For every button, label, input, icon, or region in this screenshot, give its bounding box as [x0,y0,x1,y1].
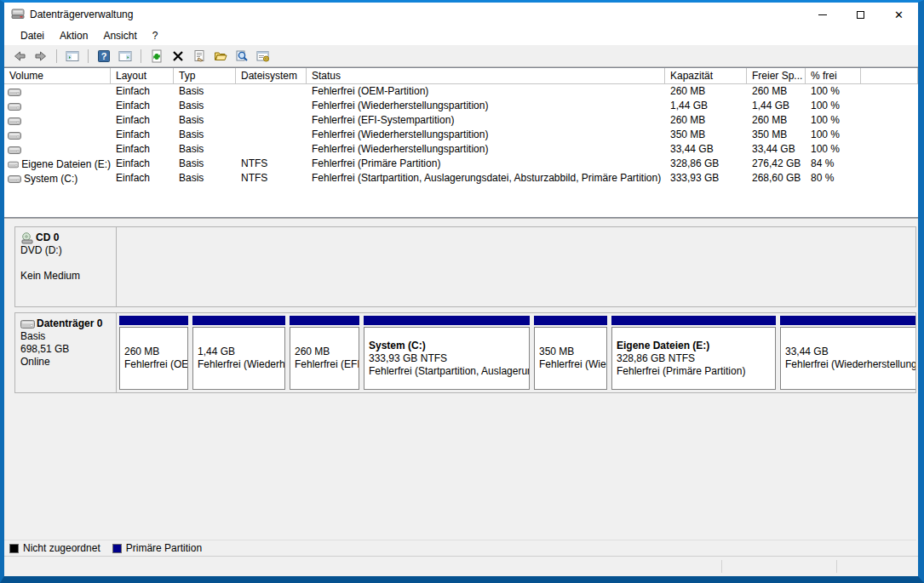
volume-name-cell [4,84,111,99]
partition-block[interactable]: System (C:) 333,93 GB NTFS Fehlerfrei (S… [364,316,530,390]
delete-icon[interactable] [169,48,187,65]
partition-status: Fehlerfrei (Wiederherstellungspartition) [539,358,602,371]
open-folder-icon[interactable] [212,48,229,65]
pct-frei-cell: 84 % [806,157,861,171]
typ-cell: Basis [174,84,236,99]
table-row[interactable]: Einfach Basis Fehlerfrei (OEM-Partition)… [4,84,918,99]
partition-status: Fehlerfrei (OEM-Partition) [124,358,183,371]
status-cell: Fehlerfrei (OEM-Partition) [307,84,665,99]
table-row[interactable]: Einfach Basis Fehlerfrei (EFI-Systempart… [4,113,918,128]
pct-frei-cell: 100 % [806,113,861,128]
disk0-label[interactable]: Datenträger 0 Basis 698,51 GB Online [15,313,117,392]
minimize-button[interactable] [803,3,841,26]
disk0-canvas: 260 MB Fehlerfrei (OEM-Partition) 1,44 G… [117,313,915,392]
column-header-layout[interactable]: Layout [111,68,174,84]
legend-bar: Nicht zugeordnet Primäre Partition [4,540,916,556]
partition-block[interactable]: 33,44 GB Fehlerfrei (Wiederherstellungsp… [780,316,915,390]
volume-icon [8,160,19,169]
cd-drive-icon [20,232,34,244]
column-header-dateisystem[interactable]: Dateisystem [236,68,307,84]
menu-item[interactable]: Datei [13,28,52,43]
freier-sp-cell: 1,44 GB [747,99,806,113]
toolbar-separator [56,49,57,63]
column-header-typ[interactable]: Typ [174,68,236,84]
partition-info-box: 350 MB Fehlerfrei (Wiederherstellungspar… [534,327,607,390]
pct-frei-cell: 80 % [806,171,861,186]
close-button[interactable]: ✕ [880,3,918,26]
status-cell: Fehlerfrei (Wiederherstellungspartition) [307,128,665,142]
freier-sp-cell: 260 MB [747,84,806,99]
properties-icon[interactable] [191,48,208,65]
refresh-icon[interactable] [148,48,165,65]
manage-icon[interactable] [255,48,272,65]
partition-info-box: 33,44 GB Fehlerfrei (Wiederherstellungsp… [780,327,915,390]
filler-cell [861,99,918,113]
volume-name-cell [4,99,111,113]
partition-type-band [364,316,530,325]
partition-block[interactable]: 350 MB Fehlerfrei (Wiederherstellungspar… [534,316,607,390]
partition-info-box: 260 MB Fehlerfrei (OEM-Partition) [119,327,188,390]
menu-item[interactable]: Aktion [52,28,95,43]
menu-item[interactable]: ? [145,28,166,43]
status-cell: Fehlerfrei (Wiederherstellungspartition) [307,142,665,157]
partition-size: 260 MB [295,346,354,358]
volume-table-body: Einfach Basis Fehlerfrei (OEM-Partition)… [4,84,918,186]
volume-name-cell [4,142,111,157]
toolbar: ? [4,45,918,67]
volume-icon [8,102,21,111]
partition-block[interactable]: 1,44 GB Fehlerfrei (Wiederherstellungspa… [192,316,285,390]
volume-icon [8,146,21,155]
volume-name-cell: System (C:) [4,171,111,186]
status-cell: Fehlerfrei (EFI-Systempartition) [307,113,665,128]
maximize-icon [857,11,864,19]
volume-icon [8,88,21,97]
partition-block[interactable]: Eigene Dateien (E:) 328,86 GB NTFS Fehle… [611,316,776,390]
show-action-pane-icon[interactable] [117,48,134,65]
search-icon[interactable] [233,48,250,65]
column-header-kapazitaet[interactable]: Kapazität [665,68,747,84]
toolbar-separator [88,49,89,63]
filler-cell [861,157,918,171]
freier-sp-cell: 33,44 GB [747,142,806,157]
cd-drive-label[interactable]: CD 0 DVD (D:) Kein Medium [15,227,117,306]
table-row[interactable]: Einfach Basis Fehlerfrei (Wiederherstell… [4,128,918,142]
table-row[interactable]: Einfach Basis Fehlerfrei (Wiederherstell… [4,142,918,157]
column-header-pct-frei[interactable]: % frei [806,68,861,84]
kapazitaet-cell: 260 MB [665,84,747,99]
partition-info-box: Eigene Dateien (E:) 328,86 GB NTFS Fehle… [611,327,776,390]
partition-block[interactable]: 260 MB Fehlerfrei (EFI-Systempartition) [290,316,359,390]
table-row[interactable]: System (C:) Einfach Basis NTFS Fehlerfre… [4,171,918,186]
help-icon[interactable]: ? [95,48,112,65]
column-header-status[interactable]: Status [307,68,665,84]
typ-cell: Basis [174,157,236,171]
pct-frei-cell: 100 % [806,142,861,157]
kapazitaet-cell: 1,44 GB [665,99,747,113]
menu-item[interactable]: Ansicht [95,28,144,43]
layout-cell: Einfach [111,171,174,186]
column-header-volume[interactable]: Volume [4,68,111,84]
cd-drive-type: DVD (D:) [20,244,112,257]
partition-size: 350 MB [539,346,602,358]
partition-title: Eigene Dateien (E:) [617,340,771,352]
freier-sp-cell: 260 MB [747,113,806,128]
status-bar-separator [721,560,722,573]
table-row[interactable]: Eigene Dateien (E:) Einfach Basis NTFS F… [4,157,918,171]
legend-swatch [9,544,19,553]
dateisystem-cell [236,142,307,157]
cd-drive-canvas[interactable] [117,227,915,306]
partition-type-band [611,316,776,325]
volume-name-cell [4,128,111,142]
freier-sp-cell: 276,42 GB [747,157,806,171]
show-console-tree-icon[interactable] [64,48,81,65]
partition-block[interactable]: 260 MB Fehlerfrei (OEM-Partition) [119,316,188,390]
maximize-button[interactable] [841,3,880,26]
back-icon[interactable] [11,48,28,65]
partition-title: System (C:) [369,340,525,352]
status-bar-separator [836,560,837,573]
table-row[interactable]: Einfach Basis Fehlerfrei (Wiederherstell… [4,99,918,113]
cd-drive-name: CD 0 [36,231,59,244]
legend-swatch [112,544,122,553]
dateisystem-cell [236,113,307,128]
forward-icon[interactable] [32,48,49,65]
column-header-freier-sp[interactable]: Freier Sp... [747,68,806,84]
